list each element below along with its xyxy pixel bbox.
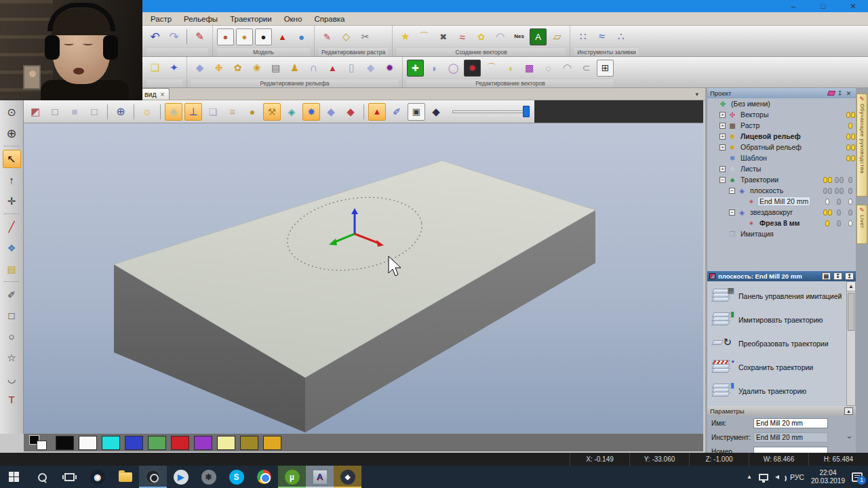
visibility-bulb-icon[interactable] [844,155,856,161]
vector-star-icon[interactable]: ★ [397,28,414,45]
plane-red-icon[interactable]: ◆ [342,103,359,121]
redo-icon[interactable]: ↷ [165,28,182,45]
parameters-collapse-icon[interactable]: ▲ [844,407,853,415]
vec-transform-icon[interactable]: ⊞ [597,60,614,77]
panel-close-icon[interactable]: ✕ [844,89,853,98]
measure-tool-icon[interactable]: ╱ [3,218,21,236]
visibility-bulb-icon[interactable] [833,188,844,194]
visibility-bulb-icon[interactable] [833,220,844,226]
tree-item[interactable]: ✶End Mill 20 mm [707,196,856,207]
colour-swatch[interactable] [194,436,212,450]
action-save-toolpath[interactable]: ▪ Сохранить траектории [711,359,854,376]
colour-swatch[interactable] [148,436,166,450]
relief-spin-icon[interactable]: ▲ [324,60,341,77]
vec-oval-icon[interactable]: ◯ [445,60,462,77]
task-view-button[interactable] [56,466,83,488]
relief-arch-icon[interactable]: ∩ [305,60,322,77]
vector-arc-icon[interactable]: ⌒ [416,28,433,45]
network-icon[interactable] [759,474,768,481]
obs-icon[interactable] [139,466,167,488]
tree-item-label[interactable]: Лицевой рельеф [739,132,802,140]
menu-rastr[interactable]: Растр [144,14,178,24]
action-delete-toolpath[interactable]: ▮ Удалить траекторию [711,382,854,400]
colour-swatch[interactable] [171,436,189,450]
relief-sculpt-2-icon[interactable]: ✿ [229,60,246,77]
scroll-up-icon[interactable]: ▲ [847,282,855,291]
tree-item-label[interactable]: Листы [739,165,762,173]
vector-frame-icon[interactable]: ▱ [549,28,566,45]
expand-button[interactable]: ↥ [845,272,854,280]
film-app-icon[interactable]: ✱ [195,466,222,488]
action-simulation-panel[interactable]: ▦ Панель управления имитацией [711,287,854,305]
colour-swatch[interactable] [263,436,281,450]
tree-item[interactable]: −◈плоскость [707,185,856,196]
visibility-bulb-icon[interactable] [833,199,844,205]
tab-tutorials[interactable]: ✎ Обучающие руководства [856,94,867,197]
menu-window[interactable]: Окно [278,14,309,24]
skype-icon[interactable]: S [222,466,250,488]
actions-scrollbar[interactable]: ▲ [846,281,856,406]
visibility-bulb-icon[interactable] [844,188,856,194]
file-explorer-icon[interactable] [111,466,139,488]
tree-expander-icon[interactable]: + [719,134,726,140]
tree-item[interactable]: +❖Листы [707,163,856,174]
model-relief-red-icon[interactable]: ● [217,28,234,45]
artcam-icon[interactable]: A [306,466,334,488]
plane-blue-icon[interactable]: ◆ [322,103,340,121]
vec-open-curve-icon[interactable]: ⊂ [578,60,595,77]
tree-expander-icon[interactable]: + [719,123,726,129]
relief-smooth-plane-icon[interactable]: ◆ [191,60,208,77]
vec-ellipse-dashed-icon[interactable]: ◠ [559,60,576,77]
zoom-page-icon[interactable]: ⊙ [3,103,21,121]
paint-brush-icon[interactable]: ✐ [388,103,406,121]
scroll-thumb[interactable] [848,293,854,331]
steam-icon[interactable]: ◉ [83,466,111,488]
colour-swatch[interactable] [79,436,97,450]
draft-plane-icon[interactable]: ◆ [165,103,182,121]
vec-lamp-icon[interactable]: ◗ [426,60,443,77]
greyscale-view-icon[interactable]: ⚒ [263,103,281,121]
rectangle-tool-icon[interactable]: □ [3,306,21,325]
menu-help[interactable]: Справка [308,14,351,24]
simulate-tool-icon[interactable]: ▲ [368,103,386,121]
tool-field[interactable]: End Mill 20 mm [753,432,828,443]
tree-item-label[interactable]: End Mill 20 mm [758,197,810,205]
relief-blob-icon[interactable]: ● [243,103,261,121]
visibility-bulb-icon[interactable] [833,177,844,183]
toolpath-number-input[interactable] [753,447,828,453]
relief-pin-icon[interactable]: ♟ [286,60,303,77]
relief-book-icon[interactable]: ▤ [267,60,284,77]
text-tool-icon[interactable]: T [3,390,21,409]
language-indicator[interactable]: РУС [790,473,804,481]
vec-add-icon[interactable]: ✚ [407,60,424,77]
visibility-bulb-icon[interactable] [844,123,856,129]
relief-preview-1-icon[interactable]: ❏ [204,103,222,121]
tree-item-label[interactable]: Траектории [739,176,780,184]
menu-toolpaths[interactable]: Траектории [224,14,278,24]
relief-sculpt-1-icon[interactable]: ❉ [210,60,227,77]
toggle-origin-icon[interactable]: ⊥ [184,103,202,121]
tree-expander-icon[interactable]: − [729,209,735,216]
action-simulate-toolpath[interactable]: ▮ Имитировать траекторию [711,311,854,329]
undo-icon[interactable]: ↶ [146,28,163,45]
utorrent-icon[interactable]: µ [278,466,306,488]
model-sculpt-icon[interactable]: ▲ [274,28,291,45]
vec-chip-icon[interactable]: ▩ [521,60,538,77]
visibility-bulb-icon[interactable] [844,199,856,205]
colour-swatch[interactable] [56,436,74,450]
vector-abc-panel-icon[interactable]: A [530,28,547,45]
tree-item-label[interactable]: Растр [739,121,761,129]
vector-dome-icon[interactable]: ◠ [492,28,509,45]
colour-swatch[interactable] [217,436,235,450]
select-cursor-icon[interactable]: ↖ [3,150,21,168]
model-viewport[interactable] [24,123,703,434]
view-iso-icon[interactable]: ◩ [26,103,44,121]
close-icon[interactable]: ✕ [838,0,868,12]
visibility-bulb-icon[interactable] [844,220,856,226]
vec-join-icon[interactable]: ⌒ [483,60,500,77]
fill-dots-icon[interactable]: ∷ [574,28,591,45]
tree-expander-icon[interactable]: + [719,112,726,118]
tree-item-label[interactable]: Фреза 8 мм [758,219,801,227]
relief-swirl-icon[interactable]: ✹ [381,60,398,77]
star-tool-icon[interactable]: ☆ [3,348,21,367]
